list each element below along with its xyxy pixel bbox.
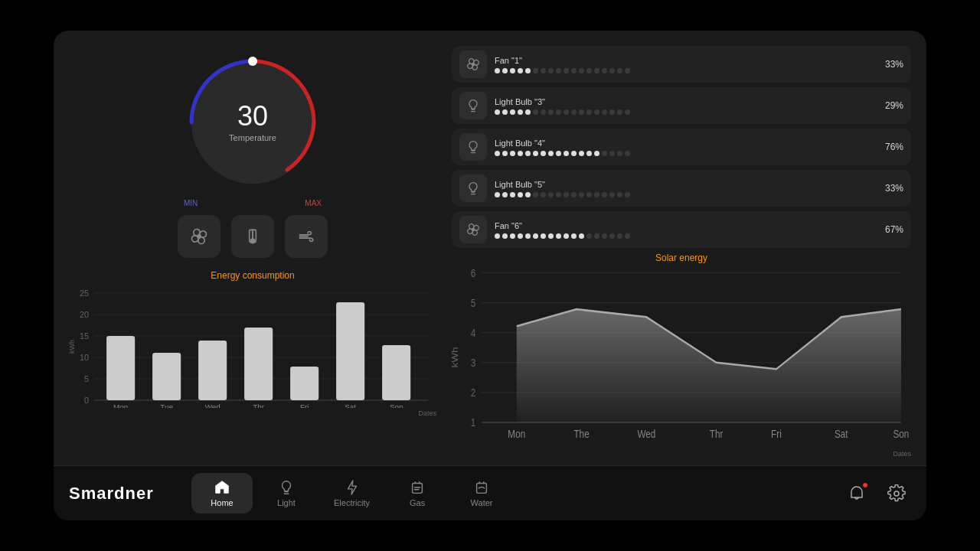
bulb4-info: Light Bulb "4" (495, 139, 868, 156)
fan6-pct: 67% (876, 224, 903, 235)
svg-text:0: 0 (84, 396, 89, 405)
dot (502, 233, 508, 239)
dot (556, 192, 561, 197)
svg-text:Thr: Thr (253, 403, 264, 408)
fan1-icon-box (459, 51, 487, 78)
fan6-icon (466, 222, 481, 237)
solar-svg-area: 1 2 3 4 5 6 kWh (452, 266, 911, 448)
fan6-name: Fan "6" (495, 221, 868, 230)
dot (525, 109, 531, 115)
svg-text:15: 15 (80, 332, 89, 341)
dot (579, 109, 584, 115)
dot (602, 151, 607, 156)
dot (586, 68, 592, 73)
dot (533, 151, 538, 156)
solar-chart: Solar energy 1 2 3 4 (452, 253, 911, 458)
energy-chart-dates-label: Dates (69, 409, 436, 417)
bulb5-info: Light Bulb "5" (495, 180, 868, 197)
svg-text:4: 4 (471, 326, 476, 339)
thermometer-icon (243, 227, 263, 246)
device-row-bulb4: Light Bulb "4" 76% (452, 129, 911, 165)
dot (564, 109, 569, 115)
dot (586, 233, 592, 239)
settings-button[interactable] (882, 479, 911, 508)
energy-chart-title: Energy consumption (69, 270, 436, 281)
fan1-name: Fan "1" (495, 56, 868, 65)
nav-water-label: Water (471, 498, 493, 507)
bulb4-pct: 76% (876, 142, 903, 152)
svg-text:Fri: Fri (771, 428, 782, 441)
bulb4-dots (495, 151, 868, 156)
nav-item-home[interactable]: Home (191, 473, 253, 514)
dot (533, 233, 538, 239)
solar-chart-svg: 1 2 3 4 5 6 kWh (452, 266, 911, 448)
dot (495, 68, 500, 73)
dot (518, 151, 523, 156)
electricity-nav-icon (344, 479, 361, 496)
svg-text:5: 5 (471, 296, 476, 309)
nav-right (842, 479, 911, 508)
svg-text:3: 3 (471, 356, 476, 369)
device-controls (178, 215, 328, 258)
wind-control-button[interactable] (285, 215, 328, 258)
dot (571, 109, 577, 115)
bar-chart-svg: 0 5 10 15 20 25 kWh Mon Tu (69, 285, 436, 408)
dot (564, 68, 569, 73)
notification-button[interactable] (842, 479, 871, 508)
svg-text:Sat: Sat (835, 428, 848, 441)
dot (617, 109, 622, 115)
temperature-value: 30 (229, 103, 276, 130)
solar-chart-title: Solar energy (452, 253, 911, 263)
svg-rect-21 (152, 353, 181, 400)
dot (510, 68, 515, 73)
svg-rect-23 (198, 341, 227, 400)
dot (571, 68, 577, 73)
thermometer-control-button[interactable] (231, 215, 274, 258)
nav-home-label: Home (211, 498, 233, 507)
nav-items: Home Light Electricity Ga (191, 473, 842, 514)
dot (541, 151, 546, 156)
bulb3-info: Light Bulb "3" (495, 97, 868, 115)
gauge-center: 30 Temperature (229, 103, 276, 142)
dot (518, 192, 523, 197)
dot (495, 192, 500, 197)
nav-gas-label: Gas (410, 498, 425, 507)
nav-item-electricity[interactable]: Electricity (320, 473, 384, 514)
notification-dot (862, 482, 868, 488)
svg-marker-48 (517, 309, 901, 422)
dot (579, 192, 584, 197)
fan1-info: Fan "1" (495, 56, 868, 73)
dot (541, 192, 546, 197)
light-nav-icon (278, 479, 295, 496)
dot (594, 192, 599, 197)
nav-item-gas[interactable]: Gas (387, 473, 448, 514)
home-nav-icon (214, 479, 230, 496)
dot (502, 192, 508, 197)
dot (556, 233, 561, 239)
svg-text:Mon: Mon (508, 428, 525, 441)
svg-rect-29 (336, 302, 364, 400)
fan-control-button[interactable] (178, 215, 220, 258)
dot (525, 192, 531, 197)
wind-icon (296, 227, 316, 246)
dot (525, 233, 531, 239)
dot (602, 233, 607, 239)
dot (609, 192, 615, 197)
fan6-icon-box (459, 216, 487, 243)
dot (564, 192, 569, 197)
dot (625, 68, 630, 73)
dot (602, 109, 607, 115)
dot (617, 151, 622, 156)
bulb3-icon-box (459, 92, 487, 119)
gas-nav-icon (409, 479, 426, 496)
dot (617, 192, 622, 197)
dot (548, 151, 554, 156)
fan1-dots (495, 68, 868, 73)
nav-item-water[interactable]: Water (451, 473, 512, 514)
dot (556, 68, 561, 73)
device-row-bulb3: Light Bulb "3" 29% (452, 87, 911, 124)
dot (625, 109, 630, 115)
bulb4-icon-box (459, 133, 487, 161)
svg-text:10: 10 (80, 354, 89, 362)
nav-item-light[interactable]: Light (256, 473, 317, 514)
